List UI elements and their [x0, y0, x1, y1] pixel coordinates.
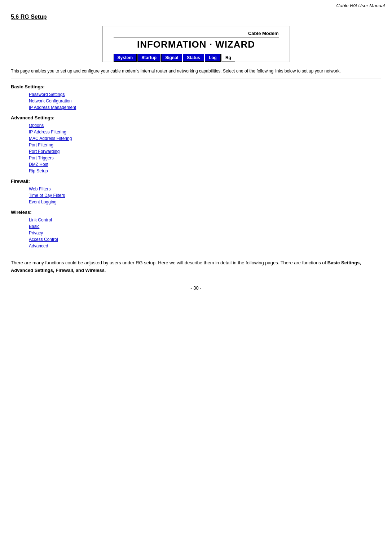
advanced-settings-list: Options IP Address Filtering MAC Address… [11, 123, 381, 173]
footer-text-2: . [105, 268, 106, 273]
section-heading-wireless: Wireless: [11, 210, 381, 215]
tab-system[interactable]: System [114, 54, 137, 62]
link-advanced[interactable]: Advanced [29, 243, 48, 248]
page-title: 5.6 RG Setup [11, 14, 381, 20]
list-item: Event Logging [29, 199, 381, 204]
link-port-filtering[interactable]: Port Filtering [29, 142, 53, 147]
section-heading-advanced: Advanced Settings: [11, 115, 381, 120]
list-item: Port Triggers [29, 155, 381, 160]
tab-signal[interactable]: Signal [161, 54, 182, 62]
section-heading-basic: Basic Settings: [11, 84, 381, 89]
link-link-control[interactable]: Link Control [29, 217, 52, 223]
list-item: Web Filters [29, 186, 381, 191]
link-port-triggers[interactable]: Port Triggers [29, 155, 54, 160]
list-item: Port Forwarding [29, 149, 381, 154]
list-item: Time of Day Filters [29, 193, 381, 198]
list-item: Password Settings [29, 92, 381, 97]
firewall-list: Web Filters Time of Day Filters Event Lo… [11, 186, 381, 204]
list-item: Privacy [29, 230, 381, 235]
link-ip-address-filtering[interactable]: IP Address Filtering [29, 129, 66, 135]
banner-brand: Cable Modem [114, 31, 279, 36]
list-item: MAC Address Filtering [29, 136, 381, 141]
link-password-settings[interactable]: Password Settings [29, 92, 65, 97]
list-item: DMZ Host [29, 162, 381, 167]
link-basic[interactable]: Basic [29, 224, 39, 229]
link-port-forwarding[interactable]: Port Forwarding [29, 149, 60, 154]
link-options[interactable]: Options [29, 123, 44, 128]
link-access-control[interactable]: Access Control [29, 237, 58, 242]
wireless-list: Link Control Basic Privacy Access Contro… [11, 217, 381, 248]
nav-tabs: System Startup Signal Status Log Rg [114, 54, 279, 62]
link-privacy[interactable]: Privacy [29, 230, 43, 235]
link-rip-setup[interactable]: Rip Setup [29, 168, 48, 173]
list-item: Port Filtering [29, 142, 381, 147]
footer-text: There are many functions could be adjust… [11, 259, 381, 274]
footer-text-1: There are many functions could be adjust… [11, 260, 327, 265]
banner-info-wizard: INFORMATION · WIZARD [114, 37, 279, 50]
link-event-logging[interactable]: Event Logging [29, 199, 57, 204]
modem-banner: Cable Modem INFORMATION · WIZARD System … [11, 26, 381, 62]
section-heading-firewall: Firewall: [11, 179, 381, 184]
tab-rg[interactable]: Rg [221, 54, 235, 62]
list-item: Advanced [29, 243, 381, 248]
link-ip-address-management[interactable]: IP Address Management [29, 105, 76, 110]
link-network-configuration[interactable]: Network Configuration [29, 98, 72, 103]
link-mac-address-filtering[interactable]: MAC Address Filtering [29, 136, 72, 141]
link-web-filters[interactable]: Web Filters [29, 186, 50, 191]
list-item: Link Control [29, 217, 381, 223]
tab-log[interactable]: Log [205, 54, 221, 62]
list-item: Basic [29, 224, 381, 229]
list-item: Access Control [29, 237, 381, 242]
intro-text: This page enables you to set up and conf… [11, 68, 381, 79]
tab-startup[interactable]: Startup [137, 54, 160, 62]
list-item: IP Address Management [29, 105, 381, 110]
list-item: Rip Setup [29, 168, 381, 173]
list-item: Network Configuration [29, 98, 381, 103]
basic-settings-list: Password Settings Network Configuration … [11, 92, 381, 110]
link-time-of-day-filters[interactable]: Time of Day Filters [29, 193, 65, 198]
page-number: - 30 - [11, 285, 381, 291]
header-title: Cable RG User Manual [336, 3, 385, 8]
link-dmz-host[interactable]: DMZ Host [29, 162, 48, 167]
tab-status[interactable]: Status [183, 54, 204, 62]
list-item: Options [29, 123, 381, 128]
list-item: IP Address Filtering [29, 129, 381, 135]
